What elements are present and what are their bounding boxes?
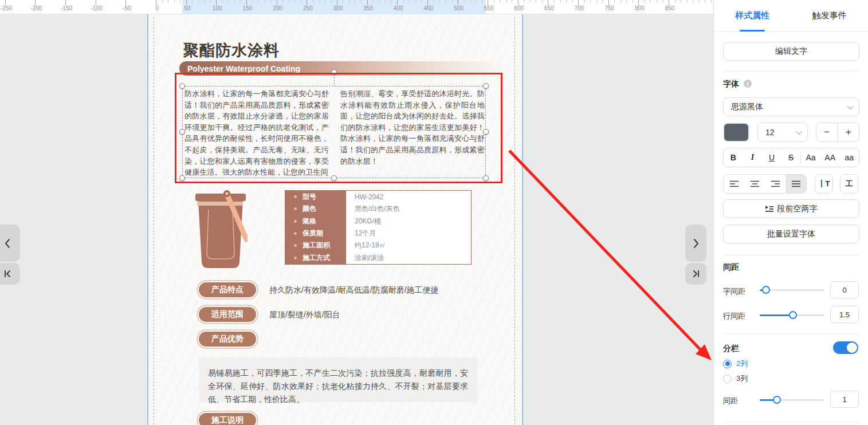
spec-value: 黑色/白色/灰色 — [346, 203, 471, 215]
badge-product-features[interactable]: 产品特点 — [199, 282, 256, 297]
font-color-swatch[interactable] — [723, 123, 749, 142]
ruler-ticks: -250-200-150-100-50050100150200250300350… — [0, 0, 713, 14]
workspace-right — [523, 14, 713, 425]
column-gap-slider[interactable] — [760, 399, 824, 401]
capitalize-button[interactable]: Aa — [801, 153, 820, 162]
skip-to-end-icon — [692, 269, 701, 278]
tab-trigger-events[interactable]: 触发事件 — [791, 0, 868, 32]
table-row: 保质期 12个月 — [285, 227, 471, 239]
columns-toggle[interactable] — [833, 341, 858, 354]
doc-title[interactable]: 聚酯防水涂料 — [183, 40, 280, 61]
align-center-button[interactable] — [744, 175, 765, 193]
table-row: 型号 HW-2042 — [285, 191, 471, 203]
spacing-section-heading: 间距 — [723, 262, 739, 273]
ruler-label: 650 — [544, 5, 554, 11]
text-format-row: B I U S Aa AA aa — [723, 148, 859, 167]
columns-section-heading: 分栏 — [723, 344, 739, 354]
slider-thumb[interactable] — [773, 396, 781, 404]
bold-button[interactable]: B — [724, 153, 743, 162]
selection-handle[interactable] — [179, 175, 185, 181]
ruler-tick — [548, 0, 548, 5]
font-family-select[interactable]: 思源黑体 — [723, 97, 859, 116]
ruler-label: -50 — [123, 5, 131, 11]
font-size-stepper: − + — [816, 123, 859, 142]
ruler-tick — [246, 0, 247, 5]
spec-label: 施工方式 — [303, 253, 330, 263]
ruler-tick — [427, 0, 428, 5]
increase-font-button[interactable]: + — [838, 123, 859, 141]
text-column-left: 防水涂料，让家的每一角落都充满安心与舒适！我们的产品采用高品质原料，形成紧密的防… — [184, 88, 329, 178]
selection-handle[interactable] — [483, 129, 489, 135]
badge-applicable-range[interactable]: 适用范围 — [199, 307, 256, 322]
spec-value: 约12-18㎡ — [346, 239, 471, 251]
first-page-button[interactable] — [0, 263, 20, 285]
chevron-right-icon — [692, 238, 700, 249]
ruler-label: 50 — [184, 5, 190, 11]
last-page-button[interactable] — [685, 263, 706, 285]
doc-subtitle-bar[interactable]: Polyester Waterproof Coating — [179, 61, 504, 76]
batch-set-font-button[interactable]: 批量设置字体 — [723, 225, 859, 243]
bullet-icon — [294, 207, 297, 210]
slider-thumb[interactable] — [762, 286, 770, 294]
spec-label: 规格 — [303, 217, 316, 226]
text-direction-button[interactable]: 工 — [840, 174, 858, 194]
spec-label: 型号 — [303, 192, 316, 202]
columns-option-2[interactable]: 2列 — [723, 359, 748, 369]
selection-handle[interactable] — [483, 175, 489, 181]
line-spacing-slider[interactable] — [760, 314, 824, 316]
uppercase-button[interactable]: AA — [820, 153, 840, 162]
page-margin-left — [154, 17, 154, 425]
badge-product-advantages[interactable]: 产品优势 — [199, 332, 256, 347]
rotate-handle[interactable] — [331, 69, 337, 75]
strikethrough-button[interactable]: S — [781, 153, 801, 162]
vertical-text-button[interactable]: 丨T — [815, 174, 833, 194]
letter-spacing-label: 字间距 — [723, 286, 745, 297]
italic-button[interactable]: I — [743, 153, 763, 162]
spec-table[interactable]: 型号 HW-2042 颜色 黑色/白色/灰色 规格 20KG/桶 保质期 12个… — [285, 190, 472, 265]
ruler-tick — [186, 0, 187, 5]
selection-handle[interactable] — [179, 83, 185, 89]
prev-page-button[interactable] — [0, 225, 20, 262]
font-section-heading: 字体 — [723, 79, 739, 89]
canvas-guide-right — [522, 14, 523, 425]
chevron-left-icon — [3, 238, 11, 249]
selection-handle[interactable] — [483, 83, 489, 89]
indent-two-chars-button[interactable]: 段前空两字 — [723, 199, 859, 218]
next-page-button[interactable] — [685, 225, 706, 262]
edit-text-button[interactable]: 编辑文字 — [723, 42, 859, 61]
ruler-tick — [307, 0, 307, 5]
align-left-button[interactable] — [724, 175, 744, 193]
spec-value: 涂刷/滚涂 — [346, 252, 471, 264]
lowercase-button[interactable]: aa — [839, 153, 859, 162]
slider-thumb[interactable] — [789, 311, 797, 319]
line-spacing-value[interactable]: 1.5 — [830, 306, 859, 323]
info-icon[interactable]: i — [744, 80, 752, 88]
column-gap-value[interactable]: 1 — [830, 391, 859, 408]
letter-spacing-slider[interactable] — [760, 289, 824, 291]
divider — [723, 255, 859, 255]
selection-handle[interactable] — [179, 129, 185, 135]
ruler-tick — [337, 0, 337, 5]
ruler-label: 800 — [635, 5, 645, 11]
underline-button[interactable]: U — [762, 153, 781, 162]
columns-option-label: 3列 — [736, 373, 748, 384]
chevron-down-icon — [847, 103, 854, 109]
selected-text-element[interactable]: 防水涂料，让家的每一角落都充满安心与舒适！我们的产品采用高品质原料，形成紧密的防… — [182, 86, 486, 178]
align-right-button[interactable] — [765, 175, 785, 193]
selection-handle[interactable] — [331, 175, 337, 181]
ruler-label: 150 — [243, 5, 253, 11]
letter-spacing-value[interactable]: 0 — [830, 281, 859, 298]
line-spacing-label: 行间距 — [723, 311, 745, 321]
bullet-icon — [294, 257, 297, 259]
font-size-select[interactable]: 12 — [757, 123, 808, 142]
badge-construction-notes[interactable]: 施工说明 — [199, 413, 256, 425]
ruler-label: 250 — [303, 5, 313, 11]
tab-style-properties[interactable]: 样式属性 — [714, 0, 791, 32]
ruler-tick — [96, 0, 96, 5]
workspace-left — [0, 14, 147, 425]
font-size-value: 12 — [765, 128, 775, 137]
align-justify-button[interactable] — [785, 175, 806, 193]
decrease-font-button[interactable]: − — [816, 123, 838, 141]
columns-option-3[interactable]: 3列 — [723, 373, 748, 384]
page-margin-right — [514, 17, 515, 425]
